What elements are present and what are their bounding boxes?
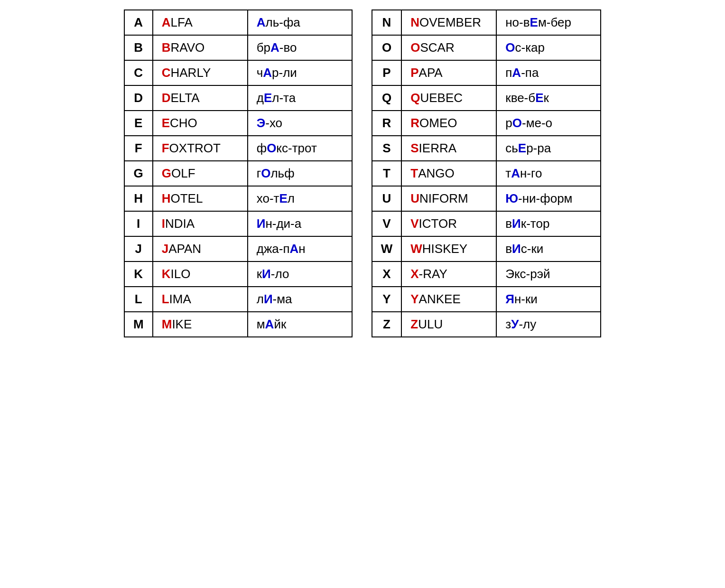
pronounce-part: джа-п <box>257 242 290 256</box>
word-cell: MIKE <box>153 312 248 337</box>
table-row: SSIERRAсьЕр-ра <box>372 136 601 161</box>
word-cell: ROMEO <box>401 111 496 136</box>
word-part: ELTA <box>171 91 200 105</box>
table-row: UUNIFORMЮ-ни-форм <box>372 186 601 211</box>
pronounce-cell: сьЕр-ра <box>496 136 601 161</box>
pronounce-part: О <box>261 166 270 180</box>
letter-cell: J <box>124 236 153 261</box>
pronounce-part: Экс-рэй <box>505 267 550 281</box>
letter-cell: Q <box>372 85 402 111</box>
table-row: NNOVEMBERно-вЕм-бер <box>372 10 601 35</box>
pronounce-part: р-ра <box>526 141 551 155</box>
word-part: W <box>410 242 422 256</box>
word-part: Q <box>410 91 420 105</box>
pronounce-part: А <box>511 166 520 180</box>
word-cell: WHISKEY <box>401 236 496 261</box>
pronounce-part: И <box>257 216 266 231</box>
letter-cell: Z <box>372 312 402 337</box>
pronounce-part: А <box>263 65 272 80</box>
pronounce-part: Ю <box>505 191 518 205</box>
letter-cell: N <box>372 10 402 35</box>
word-cell: ECHO <box>153 111 248 136</box>
pronounce-part: с-ки <box>521 242 544 256</box>
word-part: Z <box>410 317 418 331</box>
table-row: EECHOЭ-хо <box>124 111 352 136</box>
table-row: KKILOкИ-ло <box>124 261 352 287</box>
pronounce-cell: но-вЕм-бер <box>496 10 601 35</box>
pronounce-cell: джа-пАн <box>248 236 352 261</box>
pronounce-cell: тАн-го <box>496 161 601 186</box>
word-part: R <box>410 116 419 130</box>
letter-cell: W <box>372 236 402 261</box>
pronounce-cell: Ян-ки <box>496 287 601 312</box>
word-part: H <box>162 191 171 205</box>
word-part: OXTROT <box>169 141 221 155</box>
pronounce-part: И <box>512 242 521 256</box>
pronounce-part: н-ки <box>514 292 538 306</box>
word-cell: FOXTROT <box>153 136 248 161</box>
table-row: HHOTELхо-тЕл <box>124 186 352 211</box>
word-part: ILO <box>171 267 191 281</box>
word-cell: X-RAY <box>401 261 496 287</box>
pronounce-part: -ма <box>273 292 292 306</box>
word-part: ANKEE <box>419 292 461 306</box>
word-cell: JAPAN <box>153 236 248 261</box>
pronounce-part: р <box>505 116 512 130</box>
letter-cell: F <box>124 136 153 161</box>
pronounce-part: бр <box>257 40 270 55</box>
pronounce-part: -хо <box>265 116 282 130</box>
pronounce-cell: гОльф <box>248 161 352 186</box>
table-row: YYANKEEЯн-ки <box>372 287 601 312</box>
letter-cell: V <box>372 211 402 236</box>
pronounce-part: л-та <box>272 91 296 105</box>
pronounce-part: н-го <box>520 166 542 180</box>
pronounce-cell: хо-тЕл <box>248 186 352 211</box>
pronounce-part: И <box>262 267 271 281</box>
table-row: PPAPAпА-па <box>372 60 601 85</box>
pronounce-part: с-кар <box>515 40 545 55</box>
pronounce-part: сь <box>505 141 518 155</box>
word-part: CHO <box>170 116 197 130</box>
word-part: J <box>162 242 168 256</box>
pronounce-part: И <box>264 292 273 306</box>
word-part: U <box>410 191 419 205</box>
table-right: NNOVEMBERно-вЕм-берOOSCARОс-карPPAPAпА-п… <box>372 9 602 337</box>
table-row: WWHISKEYвИс-ки <box>372 236 601 261</box>
pronounce-cell: Ю-ни-форм <box>496 186 601 211</box>
pronounce-part: з <box>505 317 511 331</box>
table-row: AALFAАль-фа <box>124 10 352 35</box>
pronounce-cell: Экс-рэй <box>496 261 601 287</box>
word-cell: HOTEL <box>153 186 248 211</box>
word-cell: PAPA <box>401 60 496 85</box>
pronounce-part: Е <box>264 91 272 105</box>
pronounce-part: р-ли <box>272 65 297 80</box>
word-part: ICTOR <box>419 216 457 231</box>
pronounce-part: н <box>298 242 305 256</box>
word-part: V <box>410 216 418 231</box>
table-row: JJAPANджа-пАн <box>124 236 352 261</box>
pronounce-part: Е <box>530 15 538 29</box>
word-part: SCAR <box>420 40 455 55</box>
pronounce-part: в <box>505 216 512 231</box>
word-cell: KILO <box>153 261 248 287</box>
word-part: P <box>410 65 418 80</box>
letter-cell: C <box>124 60 153 85</box>
table-row: VVICTORвИк-тор <box>372 211 601 236</box>
word-part: HARLY <box>171 65 211 80</box>
word-cell: TANGO <box>401 161 496 186</box>
pronounce-cell: кИ-ло <box>248 261 352 287</box>
pronounce-part: А <box>257 15 266 29</box>
word-part: Y <box>410 292 418 306</box>
pronounce-part: м <box>257 317 265 331</box>
pronounce-part: О <box>267 141 276 155</box>
word-part: ANGO <box>418 166 455 180</box>
pronounce-part: п <box>505 65 512 80</box>
pronounce-part: ль-фа <box>266 15 300 29</box>
pronounce-part: к <box>257 267 262 281</box>
word-part: OLF <box>171 166 195 180</box>
word-cell: VICTOR <box>401 211 496 236</box>
pronounce-part: Я <box>505 292 514 306</box>
word-part: L <box>162 292 169 306</box>
pronounce-part: Е <box>279 191 287 205</box>
word-part: A <box>162 15 171 29</box>
